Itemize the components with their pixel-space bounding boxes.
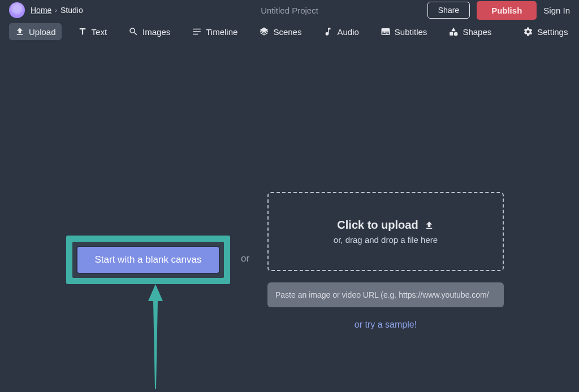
tool-label: Audio <box>337 27 358 37</box>
shapes-icon <box>448 27 459 37</box>
upload-icon <box>424 220 434 230</box>
gear-icon <box>523 27 533 37</box>
upload-sub-text: or, drag and drop a file here <box>334 235 438 245</box>
tool-scenes[interactable]: Scenes <box>253 23 307 40</box>
tool-label: Text <box>92 27 107 37</box>
header-bar: Home › Studio Untitled Project Share Pub… <box>0 0 579 20</box>
upload-main-text: Click to upload <box>337 219 418 232</box>
tool-label: Upload <box>29 27 56 37</box>
sign-in-link[interactable]: Sign In <box>543 6 570 15</box>
publish-button[interactable]: Publish <box>477 1 537 20</box>
audio-icon <box>323 27 333 37</box>
upload-icon <box>15 27 25 37</box>
start-blank-button[interactable]: Start with a blank canvas <box>76 246 220 274</box>
tool-timeline[interactable]: Timeline <box>186 23 243 40</box>
try-sample-link[interactable]: or try a sample! <box>267 320 504 330</box>
tool-label: Subtitles <box>395 27 427 37</box>
breadcrumb: Home › Studio <box>31 6 83 15</box>
tool-label: Timeline <box>206 27 237 37</box>
upload-panel: Click to upload or, drag and drop a file… <box>267 192 504 330</box>
tool-images[interactable]: Images <box>123 23 176 40</box>
breadcrumb-home[interactable]: Home <box>31 6 51 15</box>
url-placeholder: Paste an image or video URL (e.g. https:… <box>275 290 489 299</box>
search-icon <box>128 27 139 37</box>
or-separator: or <box>241 253 249 264</box>
tool-text[interactable]: Text <box>72 23 113 40</box>
start-blank-inner: Start with a blank canvas <box>72 242 224 278</box>
chevron-right-icon: › <box>54 7 58 14</box>
start-blank-highlight: Start with a blank canvas <box>66 236 230 284</box>
share-button[interactable]: Share <box>427 2 470 19</box>
timeline-icon <box>192 27 202 37</box>
tool-subtitles[interactable]: Subtitles <box>375 23 433 40</box>
tool-label: Scenes <box>273 27 301 37</box>
tool-label: Shapes <box>463 27 491 37</box>
breadcrumb-studio: Studio <box>61 6 83 15</box>
tool-label: Images <box>142 27 170 37</box>
project-title[interactable]: Untitled Project <box>261 6 318 15</box>
main-canvas-area: Start with a blank canvas or Click to up… <box>0 43 579 392</box>
subtitles-icon <box>381 27 391 37</box>
tool-label: Settings <box>537 27 568 37</box>
svg-marker-0 <box>148 284 163 389</box>
toolbar: Upload Text Images Timeline Scenes Audio <box>0 20 579 43</box>
tool-audio[interactable]: Audio <box>317 23 364 40</box>
app-logo <box>9 2 25 18</box>
pointer-arrow-icon <box>148 284 163 389</box>
layers-icon <box>259 27 269 37</box>
tool-settings[interactable]: Settings <box>517 23 573 40</box>
tool-shapes[interactable]: Shapes <box>443 23 497 40</box>
url-input[interactable]: Paste an image or video URL (e.g. https:… <box>267 282 504 307</box>
upload-dropzone[interactable]: Click to upload or, drag and drop a file… <box>267 192 504 271</box>
text-icon <box>77 27 88 37</box>
tool-upload[interactable]: Upload <box>9 23 62 40</box>
